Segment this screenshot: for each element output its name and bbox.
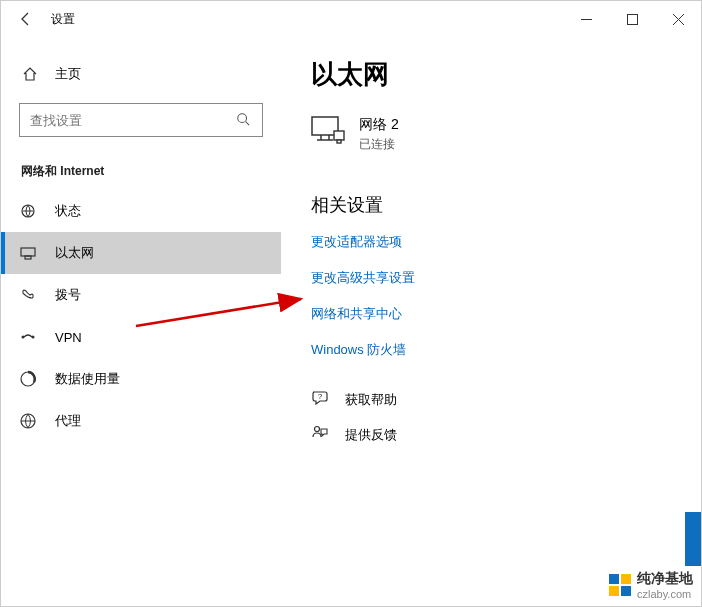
get-help-row[interactable]: ? 获取帮助	[311, 389, 671, 410]
svg-rect-18	[337, 140, 341, 143]
vpn-icon	[19, 328, 37, 346]
svg-rect-24	[621, 574, 631, 584]
link-network-sharing-center[interactable]: 网络和共享中心	[311, 305, 671, 323]
network-status-block[interactable]: 网络 2 已连接	[311, 116, 671, 153]
sidebar-item-data-usage[interactable]: 数据使用量	[1, 358, 281, 400]
maximize-icon	[627, 14, 638, 25]
svg-rect-7	[21, 248, 35, 256]
search-input[interactable]	[30, 113, 236, 128]
sidebar-item-vpn[interactable]: VPN	[1, 316, 281, 358]
svg-rect-17	[334, 131, 344, 140]
help-icon: ?	[311, 389, 331, 410]
watermark-url: czlaby.com	[637, 588, 693, 600]
svg-rect-8	[25, 256, 31, 259]
maximize-button[interactable]	[609, 1, 655, 37]
sidebar-item-label: VPN	[55, 330, 82, 345]
feedback-row[interactable]: 提供反馈	[311, 424, 671, 445]
sidebar-item-label: 状态	[55, 202, 81, 220]
sidebar-item-ethernet[interactable]: 以太网	[1, 232, 281, 274]
search-box[interactable]	[19, 103, 263, 137]
status-icon	[19, 202, 37, 220]
link-advanced-sharing[interactable]: 更改高级共享设置	[311, 269, 671, 287]
minimize-button[interactable]	[563, 1, 609, 37]
minimize-icon	[581, 14, 592, 25]
home-icon	[21, 66, 39, 82]
arrow-left-icon	[18, 11, 34, 27]
svg-point-20	[315, 427, 320, 432]
watermark: 纯净基地 czlaby.com	[609, 570, 693, 600]
watermark-logo-icon	[609, 574, 631, 596]
monitor-ethernet-icon	[311, 116, 345, 149]
watermark-bar	[685, 512, 701, 566]
data-usage-icon	[19, 370, 37, 388]
window-title: 设置	[51, 11, 75, 28]
sidebar-home[interactable]: 主页	[1, 57, 281, 91]
svg-rect-23	[609, 574, 619, 584]
network-status: 已连接	[359, 136, 399, 153]
sidebar-item-label: 代理	[55, 412, 81, 430]
dialup-icon	[19, 286, 37, 304]
ethernet-icon	[19, 244, 37, 262]
sidebar-item-dialup[interactable]: 拨号	[1, 274, 281, 316]
svg-rect-25	[609, 586, 619, 596]
feedback-label: 提供反馈	[345, 426, 397, 444]
window-controls	[563, 1, 701, 37]
help-label: 获取帮助	[345, 391, 397, 409]
svg-rect-1	[627, 14, 637, 24]
close-button[interactable]	[655, 1, 701, 37]
svg-rect-26	[621, 586, 631, 596]
svg-line-5	[246, 121, 250, 125]
home-label: 主页	[55, 65, 81, 83]
related-settings-header: 相关设置	[311, 193, 671, 217]
network-name: 网络 2	[359, 116, 399, 134]
main-content: 以太网 网络 2 已连接 相关设置 更改适配器选项 更改高级共享设置 网络和共享…	[281, 37, 701, 606]
back-button[interactable]	[11, 4, 41, 34]
svg-point-4	[238, 113, 247, 122]
close-icon	[673, 14, 684, 25]
watermark-text: 纯净基地	[637, 570, 693, 588]
search-icon	[236, 112, 252, 129]
sidebar-item-label: 数据使用量	[55, 370, 120, 388]
titlebar: 设置	[1, 1, 701, 37]
sidebar-item-proxy[interactable]: 代理	[1, 400, 281, 442]
sidebar-item-label: 以太网	[55, 244, 94, 262]
sidebar-item-status[interactable]: 状态	[1, 190, 281, 232]
link-windows-firewall[interactable]: Windows 防火墙	[311, 341, 671, 359]
proxy-icon	[19, 412, 37, 430]
page-title: 以太网	[311, 57, 671, 92]
svg-text:?: ?	[318, 392, 323, 401]
sidebar-item-label: 拨号	[55, 286, 81, 304]
link-adapter-options[interactable]: 更改适配器选项	[311, 233, 671, 251]
feedback-icon	[311, 424, 331, 445]
sidebar: 主页 网络和 Internet 状态 以太网 拨号 VPN 数据使用	[1, 37, 281, 606]
sidebar-section-header: 网络和 Internet	[1, 155, 281, 190]
